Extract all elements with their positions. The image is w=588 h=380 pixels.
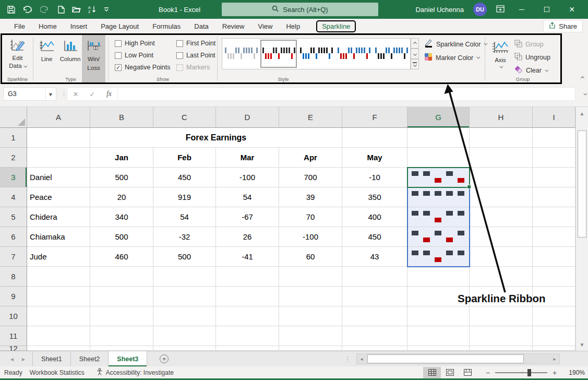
cell-name-chidera[interactable]: Chidera <box>27 207 90 227</box>
cell[interactable] <box>533 306 575 326</box>
cell[interactable] <box>470 227 533 247</box>
cell-value[interactable]: -100 <box>216 168 279 187</box>
expand-formula-bar-icon[interactable] <box>583 89 586 97</box>
column-sparkline-button[interactable]: Column <box>58 35 82 82</box>
sheet-tab-sheet1[interactable]: Sheet1 <box>32 351 71 366</box>
gallery-more-button[interactable] <box>411 59 419 69</box>
tab-data[interactable]: Data <box>187 22 215 30</box>
cell[interactable] <box>533 207 575 227</box>
sheet-nav-right-icon[interactable]: ▸ <box>22 355 25 363</box>
cell-value[interactable]: 350 <box>342 187 407 207</box>
cell-value[interactable]: -67 <box>216 207 279 227</box>
cell-name-chiamaka[interactable]: Chiamaka <box>27 227 90 247</box>
sheet-nav-left-icon[interactable]: ◂ <box>10 355 14 363</box>
sparkline-cell-G4[interactable] <box>407 187 470 207</box>
tab-view[interactable]: View <box>251 22 279 30</box>
line-sparkline-button[interactable]: Line <box>35 35 58 82</box>
checkbox-icon[interactable] <box>176 52 183 59</box>
horizontal-scroll-thumb[interactable] <box>367 354 524 363</box>
zoom-slider[interactable]: − + + <box>483 369 560 377</box>
cell[interactable] <box>342 326 407 346</box>
name-box-dropdown-icon[interactable]: ▾ <box>45 88 56 100</box>
cells-area[interactable]: ABCDEFGHI1Forex Earnings2JanFebMarAprMay… <box>0 107 575 351</box>
row-header-11[interactable]: 11 <box>0 326 27 346</box>
user-name[interactable]: Daniel Uchenna <box>415 6 464 14</box>
cell-value[interactable]: 460 <box>90 247 153 267</box>
cell[interactable] <box>153 267 216 287</box>
sparkline-style-option[interactable] <box>373 40 410 68</box>
cell[interactable] <box>470 267 533 287</box>
marker-color-button[interactable]: Marker Color <box>424 53 486 63</box>
column-header-G[interactable]: G <box>407 107 470 128</box>
column-header-H[interactable]: H <box>470 107 533 128</box>
insert-function-icon[interactable]: fx <box>101 90 117 98</box>
cell-value[interactable]: 700 <box>279 168 342 187</box>
sparkline-cell-G7[interactable] <box>407 247 470 267</box>
cell[interactable] <box>533 227 575 247</box>
cell[interactable] <box>90 287 153 306</box>
sparkline-style-option[interactable] <box>260 40 297 68</box>
row-header-4[interactable]: 4 <box>0 187 27 207</box>
cell[interactable] <box>27 346 90 351</box>
cell[interactable] <box>153 287 216 306</box>
avatar[interactable]: DU <box>473 3 487 16</box>
gallery-scroll-down-button[interactable] <box>411 49 419 59</box>
tab-help[interactable]: Help <box>279 22 307 30</box>
scroll-right-icon[interactable]: ▸ <box>550 356 559 362</box>
ungroup-button[interactable]: Ungroup <box>514 53 550 62</box>
tab-insert[interactable]: Insert <box>64 22 94 30</box>
cell-value[interactable]: 500 <box>153 247 216 267</box>
cell[interactable] <box>407 128 470 148</box>
normal-view-button[interactable] <box>423 367 441 378</box>
scroll-left-icon[interactable]: ◂ <box>357 356 366 362</box>
cell[interactable] <box>470 247 533 267</box>
enter-icon[interactable]: ✓ <box>84 90 101 98</box>
row-header-5[interactable]: 5 <box>0 207 27 227</box>
cell-value[interactable]: 450 <box>342 227 407 247</box>
cell-value[interactable]: -10 <box>342 168 407 187</box>
cell-value[interactable]: 400 <box>342 207 407 227</box>
sparkline-cell-G6[interactable] <box>407 227 470 247</box>
zoom-out-icon[interactable]: − <box>483 369 493 377</box>
checkbox-negative-points[interactable]: ✓Negative Points <box>115 63 173 72</box>
column-header-F[interactable]: F <box>342 107 407 128</box>
sheet-tab-sheet3[interactable]: Sheet3 <box>109 351 147 366</box>
row-header-8[interactable]: 8 <box>0 267 27 287</box>
edit-data-button[interactable]: Edit Data <box>2 35 33 69</box>
cell-value[interactable]: 20 <box>90 187 153 207</box>
undo-icon[interactable] <box>22 6 33 14</box>
cell-value[interactable]: 500 <box>90 227 153 247</box>
cell-value[interactable]: 39 <box>279 187 342 207</box>
cell[interactable] <box>407 306 470 326</box>
column-header-D[interactable]: D <box>216 107 279 128</box>
save-icon[interactable] <box>7 6 15 14</box>
cell-month-May[interactable]: May <box>342 148 407 168</box>
checkbox-icon[interactable]: ✓ <box>115 64 122 71</box>
cell[interactable] <box>27 306 90 326</box>
checkbox-high-point[interactable]: High Point <box>115 39 173 48</box>
column-header-B[interactable]: B <box>90 107 153 128</box>
cell[interactable] <box>470 326 533 346</box>
sort-az-icon[interactable]: AZ <box>88 5 97 14</box>
row-header-1[interactable]: 1 <box>0 128 27 148</box>
winloss-sparkline-button[interactable]: Win/ Loss <box>82 35 105 82</box>
cell[interactable] <box>27 267 90 287</box>
row-header-12[interactable]: 12 <box>0 346 27 351</box>
page-break-view-button[interactable] <box>459 367 476 378</box>
cell[interactable] <box>533 128 575 148</box>
row-header-7[interactable]: 7 <box>0 247 27 267</box>
cell[interactable] <box>533 326 575 346</box>
tab-review[interactable]: Review <box>215 22 251 30</box>
cell-value[interactable]: -32 <box>153 227 216 247</box>
gallery-scroll-up-button[interactable] <box>411 38 419 49</box>
sparkline-cell-G5[interactable] <box>407 207 470 227</box>
cell[interactable] <box>533 247 575 267</box>
page-layout-view-button[interactable] <box>441 367 459 378</box>
name-box[interactable]: G3 ▾ <box>3 87 56 101</box>
column-header-E[interactable]: E <box>279 107 342 128</box>
cell-value[interactable]: 450 <box>153 168 216 187</box>
cell[interactable] <box>216 326 279 346</box>
minimize-button[interactable]: ─ <box>514 5 530 14</box>
tabbar-resize-handle[interactable]: ⋮ <box>344 355 351 363</box>
cell[interactable] <box>407 148 470 168</box>
